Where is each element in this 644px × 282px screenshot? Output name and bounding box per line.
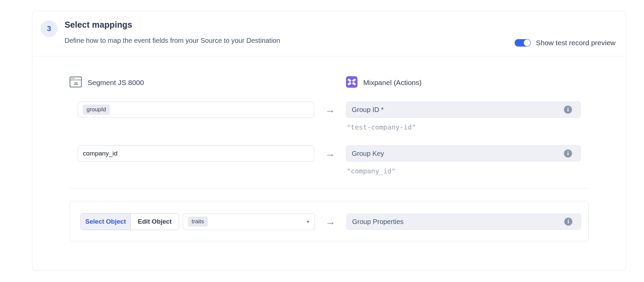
- edit-object-button[interactable]: Edit Object: [131, 214, 179, 230]
- show-test-record-toggle[interactable]: [515, 39, 531, 47]
- mapping-source-input-company-id[interactable]: company_id: [78, 145, 314, 162]
- browser-js-icon: JS: [70, 77, 82, 89]
- destination-header: Mixpanel (Actions): [346, 77, 422, 89]
- svg-text:JS: JS: [74, 82, 78, 86]
- object-mapping-card: Select Object Edit Object traits ▾ → Gro…: [70, 201, 589, 242]
- test-preview-value: "company_id": [347, 167, 396, 175]
- info-icon[interactable]: i: [564, 106, 572, 114]
- destination-field-label: Group Key: [352, 150, 384, 158]
- typed-field-value: company_id: [83, 150, 117, 157]
- arrow-right-icon: →: [322, 102, 339, 118]
- mixpanel-icon: [346, 76, 357, 89]
- page-subtitle: Define how to map the event fields from …: [65, 37, 280, 45]
- arrow-right-icon: →: [322, 145, 339, 162]
- toggle-label: Show test record preview: [536, 39, 616, 47]
- source-header: JS Segment JS 8000: [70, 77, 144, 89]
- step-number: 3: [47, 24, 51, 33]
- test-record-preview-control: Show test record preview: [515, 39, 616, 47]
- mapping-source-input-groupid[interactable]: groupId: [78, 102, 314, 118]
- select-mappings-card: 3 Select mappings Define how to map the …: [32, 11, 626, 271]
- destination-field-label: Group ID *: [352, 106, 383, 114]
- object-mode-segmented-control: Select Object Edit Object: [80, 213, 179, 230]
- page-title: Select mappings: [65, 19, 132, 30]
- step-number-badge: 3: [41, 20, 57, 37]
- test-preview-value: "test-company-id": [347, 123, 416, 131]
- info-icon[interactable]: i: [564, 149, 572, 158]
- destination-field-group-id: Group ID * i: [346, 102, 581, 118]
- destination-field-group-properties: Group Properties i: [346, 214, 581, 230]
- arrow-right-icon: →: [322, 213, 339, 230]
- destination-name: Mixpanel (Actions): [363, 79, 422, 87]
- info-icon[interactable]: i: [564, 218, 572, 226]
- field-token[interactable]: groupId: [83, 105, 110, 115]
- source-name: Segment JS 8000: [88, 79, 144, 87]
- section-divider: [70, 188, 589, 189]
- destination-field-group-key: Group Key i: [346, 145, 581, 162]
- object-source-dropdown[interactable]: traits ▾: [183, 213, 315, 230]
- toggle-knob-icon: [524, 39, 530, 46]
- select-object-button[interactable]: Select Object: [81, 214, 131, 230]
- destination-field-label: Group Properties: [352, 218, 403, 226]
- chevron-down-icon: ▾: [307, 219, 309, 224]
- field-token: traits: [188, 217, 208, 227]
- header-divider: [32, 56, 626, 56]
